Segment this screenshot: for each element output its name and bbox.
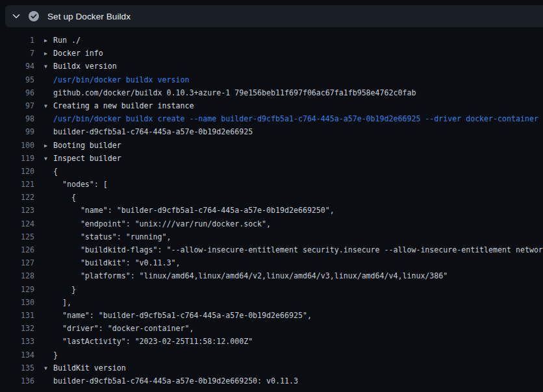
line-number[interactable]: 131 [0,309,34,322]
gutter [34,322,53,335]
line-number[interactable]: 100 [0,139,34,152]
step-header[interactable]: Set up Docker Buildx [5,5,543,27]
gutter [34,374,53,387]
log-line[interactable]: 97▼Creating a new builder instance [0,99,543,112]
log-line: 98/usr/bin/docker buildx create --name b… [0,112,543,125]
line-number[interactable]: 134 [0,349,34,361]
log-group-label[interactable]: Buildx version [53,60,543,73]
line-number[interactable]: 7 [0,47,34,60]
gutter [34,217,53,230]
log-output-text: "driver": "docker-container", [53,322,543,335]
log-line: 134} [0,349,543,361]
gutter [34,269,53,282]
chevron-right-icon[interactable]: ▶ [44,140,47,153]
line-number[interactable]: 128 [0,269,34,282]
gutter [34,256,53,269]
log-line: 129 } [0,283,543,296]
gutter [34,204,53,217]
log-output-text: "endpoint": "unix:///var/run/docker.sock… [53,217,543,230]
gutter [34,283,53,296]
log-group-label[interactable]: BuildKit version [53,361,543,374]
line-number[interactable]: 135 [0,361,34,374]
line-number[interactable]: 125 [0,230,34,243]
line-number[interactable]: 130 [0,296,34,309]
log-output-text: } [53,283,543,296]
check-circle-icon [29,11,39,21]
gutter: ▶ [34,34,53,47]
line-number[interactable]: 122 [0,191,34,204]
gutter [34,191,53,204]
line-number[interactable]: 99 [0,125,34,138]
log-line[interactable]: 135▼BuildKit version [0,361,543,374]
line-number[interactable]: 132 [0,322,34,335]
line-number[interactable]: 97 [0,99,34,112]
line-number[interactable]: 127 [0,256,34,269]
log-output-text: github.com/docker/buildx 0.10.3+azure-1 … [53,86,543,99]
log-line: 120{ [0,165,543,178]
line-number[interactable]: 98 [0,112,34,125]
gutter [34,165,53,178]
log-output-text: "buildkit": "v0.11.3", [53,256,543,269]
line-number[interactable]: 123 [0,204,34,217]
chevron-down-icon[interactable]: ▼ [44,100,47,113]
gutter [34,73,53,86]
log-command-text: /usr/bin/docker buildx version [53,73,543,86]
log-line: 127 "buildkit": "v0.11.3", [0,256,543,269]
line-number[interactable]: 121 [0,178,34,191]
log-group-label[interactable]: Booting builder [53,139,543,152]
log-group-label[interactable]: Run ./ [53,34,543,47]
log-output-text: "name": "builder-d9cfb5a1-c764-445a-a57e… [53,309,543,322]
log-line: 95/usr/bin/docker buildx version [0,73,543,86]
gutter [34,243,53,256]
log-line[interactable]: 100▶Booting builder [0,139,543,152]
gutter [34,349,53,361]
log-output-text: } [53,349,543,361]
chevron-right-icon[interactable]: ▶ [44,34,47,47]
chevron-right-icon[interactable]: ▶ [44,47,47,60]
log-line: 125 "status": "running", [0,230,543,243]
log-output-text: "lastActivity": "2023-02-25T11:58:12.000… [53,335,543,348]
line-number[interactable]: 95 [0,73,34,86]
log-command-text: /usr/bin/docker buildx create --name bui… [53,112,543,125]
gutter [34,112,53,125]
log-line: 132 "driver": "docker-container", [0,322,543,335]
log-line[interactable]: 94▼Buildx version [0,60,543,73]
log-group-label[interactable]: Creating a new builder instance [53,99,543,112]
chevron-down-icon[interactable]: ▼ [44,153,47,165]
log-line[interactable]: 7▶Docker info [0,47,543,60]
log-line[interactable]: 1▶Run ./ [0,34,543,47]
line-number[interactable]: 94 [0,60,34,73]
line-number[interactable]: 136 [0,374,34,387]
log-output-text: builder-d9cfb5a1-c764-445a-a57e-0b19d2e6… [53,374,543,387]
line-number[interactable]: 133 [0,335,34,348]
log-line[interactable]: 119▼Inspect builder [0,152,543,165]
gutter: ▼ [34,60,53,73]
line-number[interactable]: 120 [0,165,34,178]
log-output-text: "nodes": [ [53,178,543,191]
gutter [34,178,53,191]
gutter [34,230,53,243]
gutter: ▶ [34,47,53,60]
line-number[interactable]: 126 [0,243,34,256]
log-group-label[interactable]: Docker info [53,47,543,60]
gutter: ▶ [34,139,53,152]
step-title: Set up Docker Buildx [47,12,131,21]
gutter: ▼ [34,152,53,165]
chevron-down-icon[interactable] [12,12,21,21]
line-number[interactable]: 96 [0,86,34,99]
actions-log-viewer: Set up Docker Buildx 1▶Run ./7▶Docker in… [0,0,543,392]
log-line: 99builder-d9cfb5a1-c764-445a-a57e-0b19d2… [0,125,543,138]
log-line: 122 { [0,191,543,204]
chevron-down-icon[interactable]: ▼ [44,362,47,375]
line-number[interactable]: 1 [0,34,34,47]
log-group-label[interactable]: Inspect builder [53,152,543,165]
log-line: 131 "name": "builder-d9cfb5a1-c764-445a-… [0,309,543,322]
log-output-text: builder-d9cfb5a1-c764-445a-a57e-0b19d2e6… [53,125,543,138]
line-number[interactable]: 124 [0,217,34,230]
log-output-text: { [53,165,543,178]
line-number[interactable]: 119 [0,152,34,165]
log-line: 133 "lastActivity": "2023-02-25T11:58:12… [0,335,543,348]
line-number[interactable]: 129 [0,283,34,296]
chevron-down-icon[interactable]: ▼ [44,60,47,73]
log-line: 136builder-d9cfb5a1-c764-445a-a57e-0b19d… [0,374,543,387]
